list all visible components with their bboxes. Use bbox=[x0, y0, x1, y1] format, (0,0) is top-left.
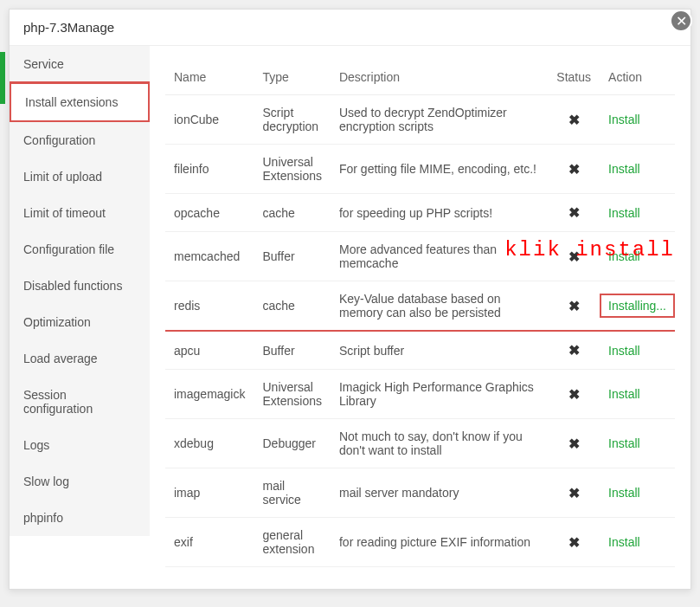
install-button[interactable]: Install bbox=[608, 206, 640, 220]
php-manage-modal: ✕ php-7.3Manage Service Install extensio… bbox=[9, 9, 691, 590]
table-row: imap mail service mail server mandatory … bbox=[165, 468, 675, 518]
status-x-icon: ✖ bbox=[568, 113, 580, 127]
cell-type: general extension bbox=[254, 518, 330, 567]
status-x-icon: ✖ bbox=[568, 535, 580, 550]
extensions-table: Name Type Description Status Action ionC… bbox=[165, 60, 675, 567]
install-button[interactable]: Install bbox=[608, 162, 640, 176]
table-row: memcached Buffer More advanced features … bbox=[165, 232, 675, 281]
table-row: opcache cache for speeding up PHP script… bbox=[165, 194, 675, 232]
install-button[interactable]: Install bbox=[608, 249, 640, 263]
sidebar-item-load-average[interactable]: Load average bbox=[10, 340, 150, 377]
sidebar-item-label: Logs bbox=[23, 438, 49, 452]
sidebar-item-limit-timeout[interactable]: Limit of timeout bbox=[10, 195, 150, 231]
sidebar-item-label: Load average bbox=[23, 352, 98, 365]
install-button[interactable]: Install bbox=[608, 344, 640, 358]
sidebar-item-session-config[interactable]: Session configuration bbox=[10, 377, 150, 427]
th-name: Name bbox=[165, 60, 254, 95]
table-row: ionCube Script decryption Used to decryp… bbox=[165, 95, 675, 145]
cell-name: memcached bbox=[165, 232, 254, 281]
cell-name: ionCube bbox=[165, 95, 254, 145]
sidebar-item-configuration[interactable]: Configuration bbox=[10, 122, 150, 158]
sidebar-item-label: phpinfo bbox=[23, 511, 63, 525]
cell-type: Debugger bbox=[254, 419, 330, 468]
install-button[interactable]: Install bbox=[608, 113, 640, 126]
cell-name: imagemagick bbox=[165, 370, 254, 419]
table-row: exif general extension for reading pictu… bbox=[165, 518, 675, 567]
cell-name: imap bbox=[165, 468, 254, 518]
sidebar-item-limit-upload[interactable]: Limit of upload bbox=[10, 158, 150, 195]
cell-name: xdebug bbox=[165, 419, 254, 468]
sidebar-item-label: Configuration bbox=[23, 133, 95, 147]
status-x-icon: ✖ bbox=[568, 343, 580, 358]
sidebar-item-install-extensions[interactable]: Install extensions bbox=[10, 82, 150, 122]
cell-description: Script buffer bbox=[331, 331, 548, 370]
cell-type: Universal Extensions bbox=[254, 145, 330, 194]
table-row: apcu Buffer Script buffer ✖ Install bbox=[165, 331, 675, 370]
sidebar-item-label: Session configuration bbox=[23, 388, 93, 416]
cell-type: mail service bbox=[254, 468, 330, 518]
sidebar-item-label: Limit of upload bbox=[23, 170, 102, 184]
cell-name: fileinfo bbox=[165, 145, 254, 194]
cell-description: mail server mandatory bbox=[331, 468, 548, 518]
sidebar-item-disabled-functions[interactable]: Disabled functions bbox=[10, 268, 150, 304]
cell-name: opcache bbox=[165, 194, 254, 232]
sidebar-item-label: Configuration file bbox=[23, 242, 114, 256]
table-row: imagemagick Universal Extensions Imagick… bbox=[165, 370, 675, 419]
th-type: Type bbox=[254, 60, 330, 95]
sidebar-item-slow-log[interactable]: Slow log bbox=[10, 463, 150, 500]
modal-body: Service Install extensions Configuration… bbox=[10, 46, 690, 589]
install-button[interactable]: Install bbox=[608, 436, 640, 450]
cell-description: Not much to say, don't know if you don't… bbox=[331, 419, 548, 468]
status-x-icon: ✖ bbox=[568, 205, 580, 220]
sidebar-item-service[interactable]: Service bbox=[10, 46, 150, 82]
cell-name: exif bbox=[165, 518, 254, 567]
cell-type: cache bbox=[254, 281, 330, 332]
cell-description: Used to decrypt ZendOptimizer encryption… bbox=[331, 95, 548, 145]
install-button[interactable]: Install bbox=[608, 486, 640, 500]
table-row: xdebug Debugger Not much to say, don't k… bbox=[165, 419, 675, 468]
th-status: Status bbox=[548, 60, 600, 95]
install-button[interactable]: Install bbox=[608, 387, 640, 401]
cell-description: for reading picture EXIF information bbox=[331, 518, 548, 567]
sidebar-item-label: Install extensions bbox=[25, 95, 118, 109]
cell-description: For getting file MIME, encoding, etc.! bbox=[331, 145, 548, 194]
status-x-icon: ✖ bbox=[568, 486, 580, 500]
sidebar: Service Install extensions Configuration… bbox=[10, 46, 150, 589]
sidebar-item-label: Disabled functions bbox=[23, 279, 122, 293]
th-description: Description bbox=[331, 60, 548, 95]
sidebar-item-label: Slow log bbox=[23, 475, 69, 488]
status-x-icon: ✖ bbox=[568, 387, 580, 402]
cell-description: Key-Value database based on memory can a… bbox=[331, 281, 548, 332]
sidebar-item-config-file[interactable]: Configuration file bbox=[10, 231, 150, 268]
sidebar-item-optimization[interactable]: Optimization bbox=[10, 304, 150, 340]
sidebar-item-phpinfo[interactable]: phpinfo bbox=[10, 500, 150, 536]
install-button[interactable]: Install bbox=[608, 535, 640, 549]
status-x-icon: ✖ bbox=[568, 436, 580, 451]
sidebar-item-label: Service bbox=[23, 57, 64, 71]
sidebar-item-label: Optimization bbox=[23, 315, 91, 329]
status-x-icon: ✖ bbox=[568, 299, 580, 313]
table-row: fileinfo Universal Extensions For gettin… bbox=[165, 145, 675, 194]
cell-type: Universal Extensions bbox=[254, 370, 330, 419]
cell-description: More advanced features than memcache bbox=[331, 232, 548, 281]
note-item: Pls install the extension according to t… bbox=[170, 583, 675, 589]
cell-name: apcu bbox=[165, 331, 254, 370]
notes-section: Pls install the extension according to t… bbox=[165, 583, 675, 589]
cell-description: Imagick High Performance Graphics Librar… bbox=[331, 370, 548, 419]
cell-type: Buffer bbox=[254, 232, 330, 281]
sidebar-item-label: Limit of timeout bbox=[23, 206, 106, 220]
close-button[interactable]: ✕ bbox=[670, 10, 692, 32]
table-row-redis: redis cache Key-Value database based on … bbox=[165, 281, 675, 332]
cell-type: cache bbox=[254, 194, 330, 232]
close-icon: ✕ bbox=[676, 13, 687, 29]
status-x-icon: ✖ bbox=[568, 162, 580, 177]
cell-type: Script decryption bbox=[254, 95, 330, 145]
cell-name: redis bbox=[165, 281, 254, 332]
sidebar-item-logs[interactable]: Logs bbox=[10, 427, 150, 463]
modal-title: php-7.3Manage bbox=[10, 10, 690, 46]
installing-button[interactable]: Installing... bbox=[600, 294, 675, 318]
cell-type: Buffer bbox=[254, 331, 330, 370]
cell-description: for speeding up PHP scripts! bbox=[331, 194, 548, 232]
th-action: Action bbox=[600, 60, 675, 95]
status-x-icon: ✖ bbox=[568, 249, 580, 264]
